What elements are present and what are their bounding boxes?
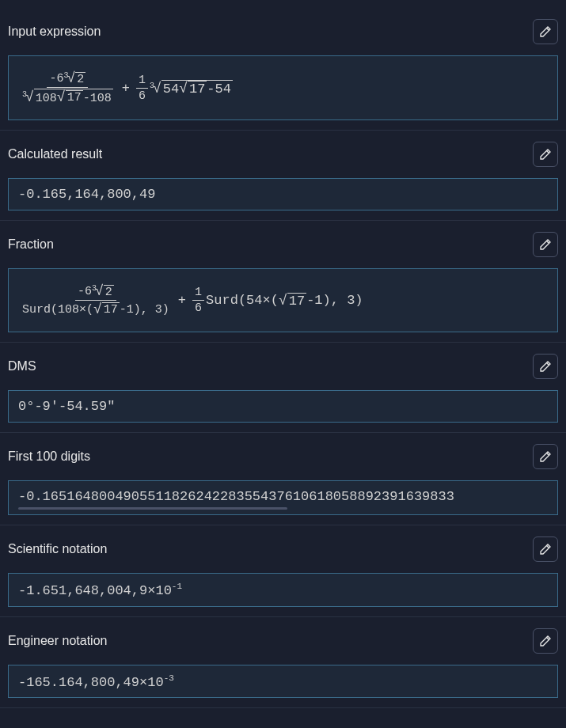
frac-num-minus6: -6 bbox=[78, 285, 92, 298]
surd2-close: -1), 3) bbox=[306, 293, 363, 308]
frac-6: 6 bbox=[136, 89, 148, 103]
section-header: Fraction bbox=[0, 221, 566, 268]
den-minus-108: -108 bbox=[83, 92, 112, 105]
plus-sign-2: + bbox=[178, 293, 186, 308]
frac2-6: 6 bbox=[192, 301, 204, 315]
section-title: Engineer notation bbox=[8, 634, 107, 648]
results-container: Input expression -6 3√2 3√ 108√17-108 bbox=[0, 0, 566, 708]
edit-button-dms[interactable] bbox=[533, 354, 558, 379]
section-dms: DMS 0°-9'-54.59" bbox=[0, 343, 566, 433]
pencil-icon bbox=[538, 25, 553, 39]
input-expression-box[interactable]: -6 3√2 3√ 108√17-108 + 1 6 3√ 54√17-54 bbox=[8, 55, 558, 120]
pencil-icon bbox=[538, 147, 553, 161]
top-spacer bbox=[0, 0, 566, 8]
fraction-box[interactable]: -6 3√2 Surd(108×(√17-1), 3) + 1 6 Surd(5… bbox=[8, 268, 558, 332]
section-header: Calculated result bbox=[0, 131, 566, 178]
cuberoot-2: 2 bbox=[75, 72, 85, 86]
digits-value: -0.1651648004905511826242283554376106180… bbox=[18, 489, 454, 504]
edit-button-digits[interactable] bbox=[533, 444, 558, 469]
section-title: Fraction bbox=[8, 237, 54, 252]
fraction-math: -6 3√2 Surd(108×(√17-1), 3) + 1 6 Surd(5… bbox=[18, 283, 363, 317]
pencil-icon bbox=[538, 237, 553, 252]
dms-box[interactable]: 0°-9'-54.59" bbox=[8, 390, 558, 423]
surd1-sqrt17: 17 bbox=[102, 302, 120, 317]
section-title: First 100 digits bbox=[8, 449, 90, 464]
math-expression: -6 3√2 3√ 108√17-108 + 1 6 3√ 54√17-54 bbox=[18, 70, 233, 105]
den-108: 108 bbox=[36, 92, 57, 105]
scrollbar-horizontal[interactable] bbox=[18, 507, 287, 510]
eng-exp: -3 bbox=[164, 673, 174, 683]
surd1-open: Surd(108×( bbox=[22, 303, 93, 317]
section-title: Input expression bbox=[8, 25, 101, 39]
section-header: DMS bbox=[0, 343, 566, 390]
edit-button-scientific[interactable] bbox=[533, 537, 558, 562]
pencil-icon bbox=[538, 634, 553, 648]
edit-button-calculated[interactable] bbox=[533, 142, 558, 167]
section-calculated: Calculated result -0.165,164,800,49 bbox=[0, 131, 566, 221]
surd2-sqrt17: 17 bbox=[287, 293, 306, 309]
section-header: Scientific notation bbox=[0, 525, 566, 573]
edit-button-input[interactable] bbox=[533, 19, 558, 44]
inner-54: 54 bbox=[163, 82, 179, 97]
surd1-close: -1), 3) bbox=[120, 303, 169, 317]
calculated-result-box[interactable]: -0.165,164,800,49 bbox=[8, 178, 558, 210]
inner-sqrt-17: 17 bbox=[188, 81, 207, 97]
surd2-open: Surd(54×( bbox=[206, 293, 279, 308]
numerator-minus6: -6 bbox=[49, 72, 63, 85]
pencil-icon bbox=[538, 449, 553, 464]
edit-button-fraction[interactable] bbox=[533, 232, 558, 257]
plus-sign: + bbox=[122, 81, 130, 96]
section-digits: First 100 digits -0.16516480049055118262… bbox=[0, 433, 566, 525]
section-input: Input expression -6 3√2 3√ 108√17-108 bbox=[0, 8, 566, 131]
eng-mantissa: -165.164,800,49×10 bbox=[18, 674, 164, 689]
edit-button-engineer[interactable] bbox=[533, 628, 558, 654]
section-header: Input expression bbox=[0, 8, 566, 55]
section-fraction: Fraction -6 3√2 Surd(108×(√17-1), 3) + bbox=[0, 221, 566, 343]
section-scientific: Scientific notation -1.651,648,004,9×10-… bbox=[0, 525, 566, 617]
section-header: First 100 digits bbox=[0, 433, 566, 480]
section-title: DMS bbox=[8, 359, 36, 373]
pencil-icon bbox=[538, 359, 553, 373]
scientific-box[interactable]: -1.651,648,004,9×10-1 bbox=[8, 573, 558, 607]
section-header: Engineer notation bbox=[0, 617, 566, 665]
digits-box[interactable]: -0.1651648004905511826242283554376106180… bbox=[8, 480, 558, 515]
pencil-icon bbox=[538, 542, 553, 556]
sci-exp: -1 bbox=[172, 582, 182, 591]
frac-1: 1 bbox=[136, 74, 148, 89]
sqrt-17: 17 bbox=[66, 90, 83, 104]
section-title: Calculated result bbox=[8, 147, 102, 161]
section-title: Scientific notation bbox=[8, 542, 107, 556]
frac2-1: 1 bbox=[192, 286, 204, 301]
sci-mantissa: -1.651,648,004,9×10 bbox=[18, 583, 172, 598]
engineer-box[interactable]: -165.164,800,49×10-3 bbox=[8, 665, 558, 699]
section-engineer: Engineer notation -165.164,800,49×10-3 bbox=[0, 617, 566, 709]
inner-minus-54: -54 bbox=[207, 82, 231, 97]
frac-cuberoot-2: 2 bbox=[104, 285, 114, 299]
